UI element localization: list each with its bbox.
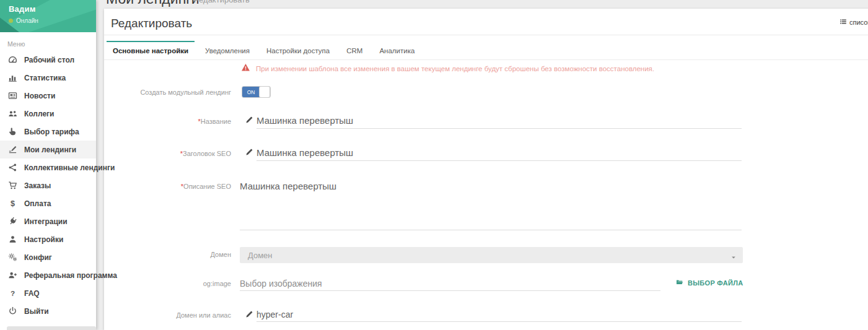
user-icon <box>7 235 17 245</box>
dashboard-icon <box>7 55 17 65</box>
sidebar-item-label: Коллективные лендинги <box>24 163 115 172</box>
list-view-button-label: список <box>849 19 868 26</box>
power-icon <box>7 306 17 316</box>
og-image-input[interactable]: Выбор изображения <box>240 277 660 291</box>
field-label-domain-alias: Домен или алиас <box>104 311 231 319</box>
news-icon <box>7 91 17 101</box>
sidebar-item-news[interactable]: Новости <box>0 87 96 105</box>
folder-icon <box>675 279 684 287</box>
sidebar-item-referral[interactable]: Реферальная программа <box>0 266 96 284</box>
toggle-on-state: ON <box>242 87 260 97</box>
sidebar-item-label: FAQ <box>24 289 40 298</box>
card-header-divider <box>104 35 868 35</box>
svg-text:$: $ <box>10 199 14 208</box>
seo-title-input[interactable]: Машинка перевертыш <box>256 146 742 161</box>
modular-landing-toggle[interactable]: ON <box>242 86 271 98</box>
sidebar-bottom-strip <box>7 326 96 330</box>
sidebar-item-statistics[interactable]: Статистика <box>0 69 96 87</box>
svg-text:?: ? <box>10 289 14 297</box>
bar-chart-icon <box>7 73 17 83</box>
tab-bar: Основные настройкиУведомленияНастройки д… <box>104 41 868 60</box>
cart-icon <box>7 181 17 191</box>
name-input[interactable]: Машинка перевертыш <box>256 114 742 129</box>
menu-section-label: Меню <box>0 32 96 51</box>
sidebar-item-logout[interactable]: Выйти <box>0 302 96 320</box>
users-icon <box>7 109 17 119</box>
sidebar-item-label: Интеграции <box>24 217 68 226</box>
list-view-button[interactable]: список <box>840 18 868 27</box>
page-breadcrumb: Редактировать <box>194 0 250 4</box>
list-icon <box>840 18 847 27</box>
sidebar-item-dashboard[interactable]: Рабочий стол <box>0 51 96 69</box>
page-title: Мои лендинги <box>106 0 199 7</box>
template-warning: При изменении шаблона все изменения в ва… <box>241 63 654 74</box>
tab-analytics[interactable]: Аналитика <box>373 41 421 59</box>
sidebar-item-label: Коллеги <box>24 110 55 118</box>
sidebar-item-config[interactable]: Конфиг <box>0 248 96 266</box>
card-title: Редактировать <box>111 17 192 30</box>
tab-access-settings[interactable]: Настройки доступа <box>260 41 336 59</box>
app-window: Мои лендинги Редактировать Вадим Онлайн … <box>0 0 868 330</box>
choose-file-button-label: ВЫБОР ФАЙЛА <box>688 279 743 287</box>
sidebar-menu: Рабочий столСтатистикаНовостиКоллегиВыбо… <box>0 51 96 320</box>
sidebar-item-label: Настройки <box>24 235 63 244</box>
sidebar-item-settings[interactable]: Настройки <box>0 230 96 248</box>
field-label-seo-title: *Заголовок SEO <box>104 150 231 157</box>
share-icon <box>7 163 17 173</box>
plug-icon <box>7 217 17 227</box>
hand-pointer-icon <box>7 127 17 137</box>
sidebar-item-orders[interactable]: Заказы <box>0 176 96 194</box>
question-icon: ? <box>7 289 17 298</box>
sidebar-item-faq[interactable]: ?FAQ <box>0 284 96 302</box>
sidebar-item-payment[interactable]: $Оплата <box>0 194 96 212</box>
sidebar-item-label: Мои лендинги <box>24 145 76 154</box>
sidebar-item-collective-landings[interactable]: Коллективные лендинги <box>0 158 96 176</box>
warning-icon <box>241 63 250 74</box>
sidebar: Вадим Онлайн Меню Рабочий столСтатистика… <box>0 0 96 330</box>
sidebar-item-label: Выйти <box>24 307 49 316</box>
choose-file-button[interactable]: ВЫБОР ФАЙЛА <box>675 279 743 287</box>
dollar-icon: $ <box>7 199 17 209</box>
user-plus-icon <box>7 271 17 280</box>
sidebar-item-label: Новости <box>24 92 55 100</box>
pencil-icon <box>245 115 254 124</box>
tab-main-settings[interactable]: Основные настройки <box>107 41 195 59</box>
chevron-down-icon <box>730 252 737 258</box>
sidebar-item-tariff[interactable]: Выбор тарифа <box>0 123 96 141</box>
sidebar-item-label: Выбор тарифа <box>24 128 79 136</box>
sidebar-item-label: Заказы <box>24 181 51 190</box>
sidebar-user-panel: Вадим Онлайн <box>0 0 96 32</box>
pencil-icon <box>245 310 254 318</box>
pencil-icon <box>245 147 254 156</box>
sidebar-item-label: Конфиг <box>24 253 52 262</box>
online-status-icon <box>9 19 13 23</box>
field-label-og-image: og:image <box>104 280 231 287</box>
edit-card: Редактировать список Основные настройкиУ… <box>104 9 868 330</box>
tab-crm[interactable]: CRM <box>340 41 369 59</box>
field-label-name: *Название <box>104 118 231 125</box>
toggle-knob[interactable] <box>259 86 270 98</box>
sidebar-item-label: Оплата <box>24 199 51 208</box>
warning-text: При изменении шаблона все изменения в ва… <box>256 65 654 72</box>
tab-notifications[interactable]: Уведомления <box>199 41 256 59</box>
sidebar-item-label: Статистика <box>24 74 66 82</box>
field-label-modular: Создать модульный лендинг <box>104 89 231 96</box>
field-label-domain: Домен <box>104 251 231 258</box>
domain-select[interactable]: Домен <box>240 247 743 263</box>
user-status: Онлайн <box>16 17 38 24</box>
field-label-seo-description: *Описание SEO <box>104 183 231 190</box>
domain-alias-input[interactable]: hyper-car <box>256 308 742 322</box>
user-name: Вадим <box>9 4 87 14</box>
seo-description-textarea[interactable]: Машинка перевертыш <box>240 180 742 230</box>
sidebar-item-label: Рабочий стол <box>24 56 74 64</box>
pen-landing-icon <box>7 145 17 155</box>
sidebar-item-integrations[interactable]: Интеграции <box>0 212 96 230</box>
domain-select-placeholder: Домен <box>248 251 730 260</box>
sidebar-item-label: Реферальная программа <box>24 271 117 280</box>
sidebar-item-colleagues[interactable]: Коллеги <box>0 105 96 123</box>
sidebar-item-my-landings[interactable]: Мои лендинги <box>0 141 96 158</box>
cogs-icon <box>7 253 17 263</box>
